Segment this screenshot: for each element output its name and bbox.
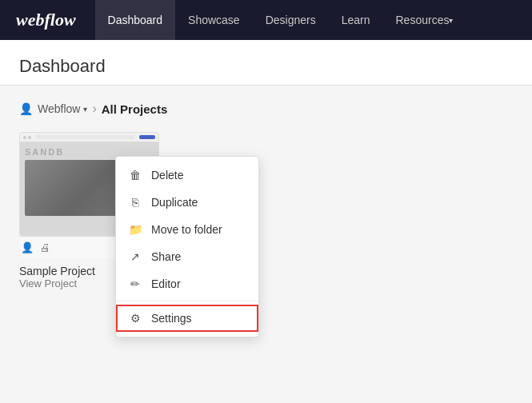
nav-link-resources[interactable]: Resources: [383, 0, 466, 40]
menu-item-move-folder-label: Move to folder: [151, 223, 222, 236]
projects-area: SANDB 👤 🖨 🗑 Delete ⎘ Duplicate: [19, 132, 513, 289]
logo[interactable]: webflow: [16, 10, 76, 30]
context-menu: 🗑 Delete ⎘ Duplicate 📁 Move to folder ↗ …: [115, 156, 259, 337]
menu-item-duplicate[interactable]: ⎘ Duplicate: [116, 189, 258, 216]
page-title: Dashboard: [19, 56, 513, 77]
duplicate-icon: ⎘: [129, 196, 142, 209]
nav-link-showcase[interactable]: Showcase: [175, 0, 253, 40]
nav-link-learn[interactable]: Learn: [329, 0, 383, 40]
breadcrumb-current: All Projects: [102, 102, 168, 116]
menu-item-share[interactable]: ↗ Share: [116, 243, 258, 270]
gear-icon: ⚙: [129, 312, 142, 325]
nav-links: Dashboard Showcase Designers Learn Resou…: [95, 0, 466, 40]
breadcrumb-team[interactable]: Webflow ▾: [38, 102, 87, 115]
pencil-icon: ✏: [129, 277, 142, 290]
menu-item-editor[interactable]: ✏ Editor: [116, 270, 258, 297]
page-header: Dashboard: [0, 40, 532, 86]
menu-item-duplicate-label: Duplicate: [151, 196, 198, 209]
project-info: Sample Project View Project: [19, 265, 513, 289]
project-icon-print[interactable]: 🖨: [40, 241, 50, 253]
thumb-url-bar: [35, 135, 135, 139]
menu-item-share-label: Share: [151, 250, 181, 263]
chevron-down-icon: ▾: [83, 105, 87, 114]
menu-item-move-folder[interactable]: 📁 Move to folder: [116, 216, 258, 243]
folder-icon: 📁: [129, 223, 142, 236]
share-icon: ↗: [129, 250, 142, 263]
thumb-dot-2: [28, 136, 31, 139]
menu-item-delete[interactable]: 🗑 Delete: [116, 162, 258, 189]
menu-divider: [116, 301, 258, 301]
thumb-cta-btn: [139, 135, 155, 139]
menu-item-settings-label: Settings: [151, 312, 192, 325]
top-nav: webflow Dashboard Showcase Designers Lea…: [0, 0, 532, 40]
user-icon: 👤: [19, 102, 33, 115]
view-project-link[interactable]: View Project: [19, 277, 513, 289]
menu-item-settings[interactable]: ⚙ Settings: [116, 305, 258, 332]
breadcrumb-team-label: Webflow: [38, 102, 80, 115]
nav-link-designers[interactable]: Designers: [253, 0, 329, 40]
menu-item-editor-label: Editor: [151, 277, 181, 290]
project-name: Sample Project: [19, 265, 513, 277]
thumb-dot-1: [23, 136, 26, 139]
nav-link-dashboard[interactable]: Dashboard: [95, 0, 176, 40]
breadcrumb: 👤 Webflow ▾ › All Projects: [19, 102, 513, 116]
menu-item-delete-label: Delete: [151, 169, 183, 182]
breadcrumb-separator: ›: [92, 102, 96, 116]
project-icon-person[interactable]: 👤: [21, 241, 34, 253]
thumb-topbar: [20, 133, 158, 142]
trash-icon: 🗑: [129, 169, 142, 182]
main-area: 👤 Webflow ▾ › All Projects SANDB: [0, 86, 532, 403]
